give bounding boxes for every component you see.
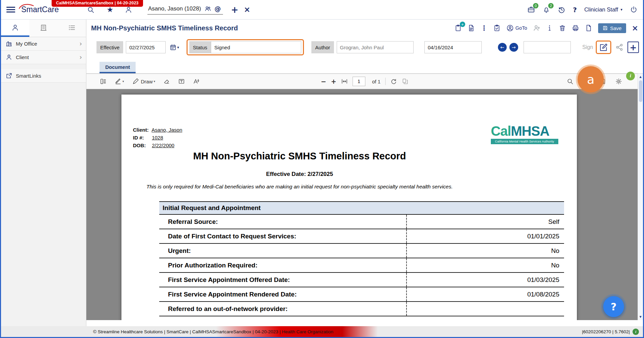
new-note-button[interactable]: + — [454, 24, 462, 32]
page-view-button[interactable] — [402, 78, 409, 85]
vertical-scrollbar[interactable]: ▲ ▼ — [638, 74, 643, 320]
footer-version-text: |60202206270 | 5.7602| — [582, 329, 630, 334]
chevron-down-icon: ▾ — [620, 7, 622, 12]
user-role-menu[interactable]: Clinician Staff ▾ — [584, 6, 622, 13]
global-search-button[interactable] — [87, 6, 94, 14]
close-page-button[interactable]: × — [632, 24, 638, 32]
client-swap-icon[interactable] — [204, 5, 211, 12]
caseload-briefcase-button[interactable]: 0 — [527, 6, 535, 14]
signed-date-input[interactable] — [424, 41, 482, 53]
logout-power-button[interactable] — [630, 6, 638, 14]
notifications-bell-button[interactable]: 2 — [542, 6, 550, 14]
client-search-field[interactable]: Asano, Jason (1028) @ — [147, 5, 223, 15]
sidebar-tab-organization[interactable] — [29, 20, 58, 37]
sidebar-item-client[interactable]: Client › — [1, 51, 86, 64]
sidebar-spacer — [1, 64, 86, 69]
text-annotation-button[interactable] — [178, 78, 185, 85]
client-open-icon[interactable] — [125, 6, 132, 14]
eraser-tool-button[interactable] — [163, 78, 170, 85]
status-input[interactable] — [211, 41, 301, 53]
calendar-picker-button[interactable]: ▾ — [170, 44, 179, 51]
scrollbar-thumb[interactable] — [639, 80, 642, 102]
doc-id-value[interactable]: 1028 — [152, 135, 163, 140]
logo-tagline: California Mental Health Services Author… — [491, 139, 558, 144]
draw-tool-button[interactable]: Draw ▾ — [132, 78, 156, 85]
page-header: MH Non-Psychiatric SMHS Timeliness Recor… — [86, 20, 643, 36]
sign-clipboard-button[interactable] — [493, 24, 501, 32]
help-menu-button[interactable]: ? — [573, 6, 577, 14]
help-fab-button[interactable]: ? — [603, 296, 624, 317]
highlighter-tool-button[interactable]: ▾ — [115, 78, 124, 85]
documents-button[interactable] — [468, 24, 475, 32]
status-highlight-box: Status — [187, 39, 304, 55]
thumbnails-panel-button[interactable] — [100, 78, 107, 85]
doc-dob-label: DOB: — [133, 142, 150, 148]
row-label: Urgent: — [159, 244, 406, 258]
status-bar: © Streamline Healthcare Solutions | Smar… — [1, 326, 643, 337]
new-record-button[interactable]: + — [627, 42, 639, 53]
table-row: Prior Authorization Required: No — [159, 258, 564, 273]
calmhsa-logo: CalMHSA California Mental Health Service… — [491, 124, 558, 144]
pdf-toolbar: ▾ Draw ▾ − + of 1 — [86, 74, 643, 89]
add-client-icon[interactable]: + — [231, 5, 239, 14]
doc-effective-date: Effective Date: 2/27/2025 — [121, 171, 478, 178]
search-document-button[interactable] — [567, 78, 573, 85]
scroll-up-icon[interactable]: ▲ — [639, 74, 641, 79]
share-button[interactable] — [615, 43, 623, 51]
tab-document[interactable]: Document — [100, 62, 136, 73]
fit-width-button[interactable] — [341, 78, 348, 85]
table-row: Date of First Contact to Request Service… — [159, 229, 564, 244]
author-input[interactable] — [337, 41, 414, 53]
next-version-button[interactable]: → — [509, 43, 518, 52]
assign-staff-button[interactable] — [533, 24, 540, 32]
client-search-value[interactable]: Asano, Jason (1028) — [148, 5, 201, 12]
logo-cal-text: Cal — [491, 124, 511, 138]
doc-dob-value[interactable]: 2/22/2000 — [152, 142, 174, 148]
caret-down-icon: ▾ — [154, 80, 156, 83]
delete-button[interactable] — [559, 24, 566, 32]
sidebar-tab-person[interactable] — [1, 20, 29, 37]
info-button[interactable] — [546, 25, 553, 31]
scroll-down-icon[interactable]: ▼ — [639, 314, 641, 320]
sign-button[interactable]: Sign — [582, 44, 593, 50]
save-disk-icon — [603, 25, 608, 31]
rotate-page-button[interactable] — [390, 78, 397, 85]
caret-down-icon: ▾ — [177, 45, 179, 50]
goto-label: GoTo — [515, 25, 527, 31]
edit-button[interactable] — [599, 43, 608, 52]
previous-version-button[interactable]: ← — [498, 43, 507, 52]
row-value: Self — [406, 215, 564, 229]
info-indicator-dot[interactable]: i — [626, 72, 635, 80]
zoom-out-button[interactable]: − — [321, 78, 326, 85]
footer-info-icon[interactable]: i — [633, 329, 639, 335]
sidebar-item-my-office[interactable]: My Office › — [1, 37, 86, 51]
favorites-star-icon[interactable]: ★ — [107, 6, 113, 14]
table-row: Urgent: No — [159, 244, 564, 258]
more-options-button[interactable]: ⋮ — [481, 25, 487, 31]
read-aloud-button[interactable] — [193, 78, 200, 85]
row-label: Referred to an out-of-network provider: — [159, 302, 406, 316]
sidebar-tab-lists[interactable] — [58, 20, 86, 37]
page-number-input[interactable] — [353, 77, 365, 86]
print-button[interactable] — [572, 24, 579, 32]
viewer-settings-button[interactable] — [615, 78, 622, 85]
main-content: MH Non-Psychiatric SMHS Timeliness Recor… — [86, 20, 643, 326]
doc-client-value[interactable]: Asano, Jason — [151, 127, 182, 133]
history-button[interactable] — [558, 6, 565, 14]
sidebar-item-label: My Office — [16, 41, 37, 47]
save-button[interactable]: Save — [598, 23, 626, 33]
zoom-in-button[interactable]: + — [331, 78, 336, 85]
user-role-label: Clinician Staff — [584, 6, 618, 13]
save-label: Save — [610, 25, 622, 31]
version-input[interactable] — [524, 41, 571, 53]
goto-button[interactable]: GoTo — [506, 24, 527, 32]
hamburger-menu-button[interactable] — [6, 5, 15, 14]
sidebar-item-smartlinks[interactable]: SmartLinks — [1, 69, 86, 83]
chevron-right-icon: › — [79, 41, 82, 47]
effective-date-input[interactable] — [126, 41, 166, 53]
new-document-button[interactable] — [585, 24, 592, 32]
clear-client-icon[interactable]: × — [244, 6, 250, 14]
page-title: MH Non-Psychiatric SMHS Timeliness Recor… — [91, 24, 238, 32]
office-icon — [6, 41, 12, 47]
at-mention-icon[interactable]: @ — [215, 5, 221, 12]
